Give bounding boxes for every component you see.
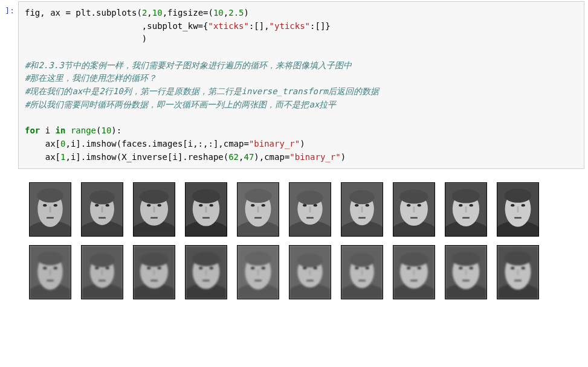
- svg-point-3: [37, 188, 63, 202]
- svg-point-59: [399, 190, 428, 203]
- svg-point-27: [192, 190, 220, 203]
- svg-point-5: [54, 204, 57, 206]
- svg-point-12: [95, 204, 99, 206]
- svg-point-37: [262, 204, 265, 206]
- svg-point-51: [349, 190, 375, 204]
- svg-point-76: [511, 204, 514, 206]
- svg-point-19: [140, 190, 169, 204]
- svg-rect-79: [514, 217, 522, 219]
- svg-point-11: [89, 191, 115, 205]
- svg-point-91: [89, 254, 115, 267]
- svg-rect-159: [514, 280, 522, 281]
- svg-point-109: [210, 267, 213, 269]
- svg-point-84: [43, 267, 47, 269]
- face-original: [445, 182, 487, 237]
- svg-point-60: [407, 204, 410, 206]
- face-reconstructed: [289, 245, 331, 299]
- face-original: [497, 182, 539, 237]
- svg-rect-95: [99, 280, 106, 281]
- svg-point-101: [158, 267, 161, 269]
- svg-point-83: [37, 251, 63, 265]
- svg-point-43: [297, 191, 323, 205]
- svg-point-99: [140, 253, 169, 267]
- svg-rect-23: [150, 217, 158, 219]
- svg-point-148: [459, 267, 462, 269]
- svg-rect-14: [102, 206, 103, 212]
- svg-point-156: [511, 267, 514, 269]
- svg-rect-150: [465, 269, 467, 275]
- svg-point-21: [158, 204, 161, 206]
- svg-rect-118: [257, 269, 259, 275]
- svg-rect-30: [205, 206, 207, 212]
- svg-rect-46: [309, 206, 311, 212]
- face-reconstructed: [237, 245, 279, 299]
- svg-point-36: [251, 204, 254, 206]
- face-original: [341, 182, 383, 237]
- svg-point-13: [106, 204, 109, 206]
- svg-point-100: [147, 267, 150, 269]
- cell-output: [29, 182, 588, 299]
- svg-point-69: [470, 204, 473, 206]
- svg-point-107: [192, 252, 220, 266]
- svg-rect-135: [358, 280, 366, 281]
- svg-rect-63: [410, 217, 418, 219]
- output-row-original: [29, 182, 588, 237]
- svg-point-75: [505, 189, 532, 203]
- svg-rect-119: [254, 280, 262, 281]
- svg-point-28: [199, 204, 202, 206]
- svg-point-140: [407, 267, 410, 269]
- svg-rect-103: [150, 280, 158, 281]
- svg-rect-134: [361, 269, 363, 275]
- face-original: [185, 182, 227, 237]
- svg-rect-70: [465, 206, 467, 212]
- face-reconstructed: [497, 245, 539, 299]
- svg-rect-31: [202, 217, 210, 219]
- svg-rect-22: [153, 206, 155, 212]
- face-original: [81, 182, 123, 237]
- svg-rect-142: [413, 269, 415, 275]
- svg-point-85: [54, 267, 57, 269]
- face-original: [393, 182, 435, 237]
- svg-point-115: [245, 252, 272, 266]
- svg-point-149: [470, 267, 473, 269]
- svg-point-29: [210, 204, 213, 206]
- svg-point-108: [199, 267, 202, 269]
- svg-rect-151: [462, 280, 470, 281]
- svg-point-35: [245, 189, 272, 203]
- svg-rect-102: [153, 269, 155, 275]
- svg-point-141: [418, 267, 421, 269]
- svg-rect-158: [517, 269, 519, 275]
- svg-point-147: [452, 252, 480, 266]
- svg-point-52: [355, 204, 358, 206]
- face-reconstructed: [445, 245, 487, 299]
- svg-rect-15: [99, 217, 106, 219]
- face-original: [237, 182, 279, 237]
- svg-point-123: [297, 254, 323, 267]
- input-prompt: ]:: [0, 0, 17, 15]
- svg-point-116: [251, 267, 254, 269]
- svg-point-157: [522, 267, 525, 269]
- svg-rect-55: [358, 217, 366, 219]
- face-original: [29, 182, 71, 237]
- svg-point-20: [147, 204, 150, 206]
- svg-rect-38: [257, 206, 259, 212]
- svg-point-139: [399, 252, 428, 266]
- face-reconstructed: [393, 245, 435, 299]
- output-row-reconstructed: [29, 245, 588, 299]
- face-reconstructed: [81, 245, 123, 299]
- svg-point-125: [314, 267, 317, 269]
- code-text: fig, ax = plt.subplots(2,10,figsize=(10,…: [25, 8, 379, 162]
- face-original: [289, 182, 331, 237]
- svg-point-53: [366, 204, 369, 206]
- svg-point-77: [522, 204, 525, 206]
- svg-rect-110: [205, 269, 207, 275]
- svg-rect-111: [202, 280, 210, 281]
- svg-rect-78: [517, 206, 519, 212]
- face-reconstructed: [29, 245, 71, 299]
- svg-rect-39: [254, 217, 262, 219]
- svg-rect-6: [50, 206, 51, 212]
- svg-point-132: [355, 267, 358, 269]
- svg-point-68: [459, 204, 462, 206]
- svg-rect-54: [361, 206, 363, 212]
- code-cell[interactable]: fig, ax = plt.subplots(2,10,figsize=(10,…: [18, 1, 584, 169]
